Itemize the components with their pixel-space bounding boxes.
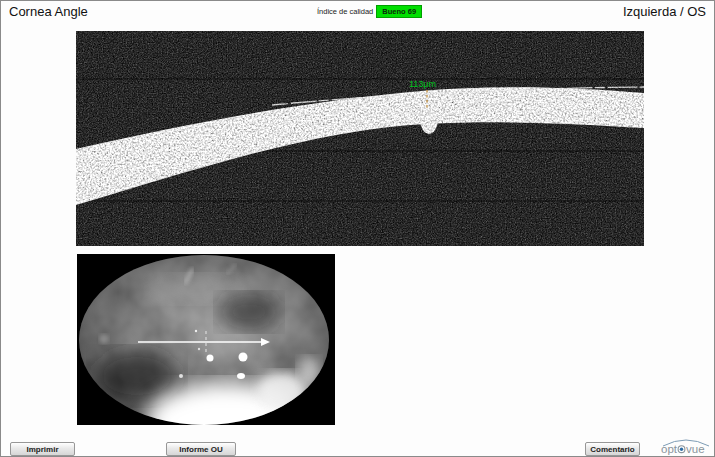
report-window: Cornea Angle Índice de calidad Bueno 69 …	[0, 0, 715, 457]
print-button[interactable]: Imprimir	[10, 442, 75, 456]
quality-index: Índice de calidad Bueno 69	[317, 5, 422, 18]
oct-scan-svg: 113μm	[76, 31, 644, 246]
report-ou-button[interactable]: Informe OU	[166, 442, 236, 456]
angle-structure-blob	[420, 104, 438, 134]
optovue-logo: opt vue	[660, 437, 712, 456]
comment-button[interactable]: Comentario	[585, 442, 640, 456]
page-title: Cornea Angle	[9, 4, 88, 19]
logo-o-dot	[680, 448, 683, 451]
eye-side-label: Izquierda / OS	[623, 4, 706, 19]
logo-text-right: vue	[686, 443, 705, 455]
eye-camera-image	[77, 254, 335, 425]
measurement-label: 113μm	[409, 79, 436, 89]
quality-index-label: Índice de calidad	[317, 7, 373, 16]
oct-scan-image: 113μm	[76, 31, 644, 246]
quality-index-badge: Bueno 69	[376, 5, 422, 18]
logo-text-left: opt	[661, 443, 678, 455]
eye-camera-svg	[77, 254, 335, 425]
